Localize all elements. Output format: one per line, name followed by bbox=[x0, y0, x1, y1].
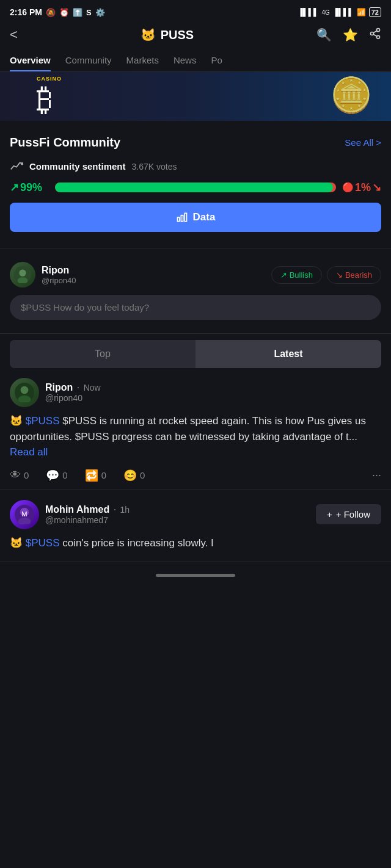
post2-author-row: M Mohin Ahmed · 1h @mohinahmed7 bbox=[10, 500, 130, 529]
svg-rect-7 bbox=[181, 215, 183, 222]
header-actions: 🔍 ⭐ bbox=[316, 27, 381, 43]
follow-button[interactable]: + + Follow bbox=[316, 504, 381, 524]
post-author-name-time: Ripon · Now bbox=[45, 382, 101, 393]
bearish-indicator: 🔴 bbox=[342, 182, 354, 193]
status-bar: 2:16 PM 🔕 ⏰ ⬆️ S ⚙️ ▐▌▌▌ 4G ▐▌▌▌ 📶 72 bbox=[0, 0, 391, 22]
current-user-details: Ripon @ripon40 bbox=[42, 265, 76, 285]
tab-news[interactable]: News bbox=[174, 50, 197, 71]
post2-emoji: 🐱 bbox=[10, 537, 23, 549]
notification-icon: ⬆️ bbox=[73, 8, 82, 17]
data-button[interactable]: Data bbox=[10, 203, 381, 232]
status-right: ▐▌▌▌ 4G ▐▌▌▌ 📶 72 bbox=[298, 7, 381, 17]
wifi-icon: 📶 bbox=[357, 8, 366, 16]
post-actions-bar: 👁 0 💬 0 🔁 0 😊 0 ··· bbox=[10, 466, 381, 485]
tab-bar: Overview Community Markets News Po bbox=[0, 50, 391, 72]
tab-more[interactable]: Po bbox=[211, 50, 222, 71]
bearish-button[interactable]: ↘ Bearish bbox=[327, 266, 381, 284]
tab-community[interactable]: Community bbox=[65, 50, 112, 71]
bullish-button[interactable]: ↗ Bullish bbox=[271, 266, 322, 284]
top-tab-button[interactable]: Top bbox=[10, 340, 196, 368]
reaction-action[interactable]: 😊 0 bbox=[123, 469, 145, 482]
see-all-link[interactable]: See All > bbox=[345, 137, 381, 148]
svg-line-3 bbox=[373, 34, 377, 36]
favorite-button[interactable]: ⭐ bbox=[343, 27, 358, 42]
post-input-field[interactable] bbox=[10, 295, 381, 320]
reaction-icon: 😊 bbox=[123, 469, 137, 482]
divider-1 bbox=[0, 248, 391, 248]
read-all-link[interactable]: Read all bbox=[10, 446, 48, 458]
svg-point-10 bbox=[19, 270, 26, 277]
bearish-arrow-icon: ↘ bbox=[336, 270, 343, 280]
community-header: PussFi Community See All > bbox=[10, 136, 381, 150]
comment-icon: 💬 bbox=[46, 469, 59, 482]
post-input-container bbox=[0, 292, 391, 327]
signal2-icon: ▐▌▌▌ bbox=[333, 8, 354, 16]
post-text: $PUSS is running at rocket speed again. … bbox=[10, 415, 366, 443]
post2-timestamp: 1h bbox=[120, 505, 130, 515]
clock-icon: ⏰ bbox=[59, 8, 69, 17]
home-bar bbox=[156, 574, 235, 577]
bitcoin-coin-icon: ₿ bbox=[37, 81, 53, 118]
repost-action[interactable]: 🔁 0 bbox=[85, 469, 106, 482]
view-count: 0 bbox=[24, 470, 29, 480]
eye-icon: 👁 bbox=[10, 469, 21, 482]
post2-author-info: Mohin Ahmed · 1h @mohinahmed7 bbox=[45, 504, 130, 525]
network-type: 4G bbox=[321, 9, 329, 16]
page-title: PUSS bbox=[161, 28, 194, 42]
user-sentiment-row: Ripon @ripon40 ↗ Bullish ↘ Bearish bbox=[0, 255, 391, 292]
page-header: < 🐱 PUSS 🔍 ⭐ bbox=[0, 22, 391, 50]
post-header: Ripon · Now @ripon40 bbox=[10, 378, 381, 407]
gold-coin-icon: 🪙 bbox=[330, 75, 373, 115]
tab-overview[interactable]: Overview bbox=[10, 50, 51, 71]
svg-point-5 bbox=[21, 163, 23, 165]
post2-author-handle: @mohinahmed7 bbox=[45, 515, 130, 525]
views-action[interactable]: 👁 0 bbox=[10, 469, 29, 482]
post-author-handle: @ripon40 bbox=[45, 393, 101, 403]
sentiment-fill bbox=[55, 183, 333, 192]
bullish-percentage: ↗ 99% bbox=[10, 181, 49, 194]
puss-icon: 🐱 bbox=[141, 27, 156, 42]
header-center: 🐱 PUSS bbox=[141, 27, 194, 42]
post2-author-name-time: Mohin Ahmed · 1h bbox=[45, 504, 130, 515]
comment-count: 0 bbox=[62, 470, 67, 480]
sentiment-buttons: ↗ Bullish ↘ Bearish bbox=[271, 266, 381, 284]
feed-toggle: Top Latest bbox=[10, 340, 381, 368]
current-user-info: Ripon @ripon40 bbox=[10, 262, 76, 288]
time-display: 2:16 PM bbox=[10, 7, 42, 17]
post2-text: coin's price is increasing slowly. I bbox=[62, 537, 214, 549]
post-timestamp: Now bbox=[84, 383, 101, 392]
reaction-count: 0 bbox=[140, 470, 145, 480]
sentiment-votes: 3.67K votes bbox=[132, 162, 177, 172]
svg-line-4 bbox=[373, 31, 377, 32]
chart-icon bbox=[176, 211, 188, 223]
more-options-button[interactable]: ··· bbox=[372, 469, 381, 482]
status-time: 2:16 PM 🔕 ⏰ ⬆️ S ⚙️ bbox=[10, 7, 105, 17]
promo-banner: CASINO ₿ 🪙 bbox=[0, 72, 391, 121]
bullish-up-icon: ↗ bbox=[10, 181, 19, 194]
divider-2 bbox=[0, 333, 391, 334]
latest-tab-button[interactable]: Latest bbox=[196, 340, 381, 368]
svg-text:M: M bbox=[21, 510, 27, 518]
tab-markets[interactable]: Markets bbox=[126, 50, 159, 71]
post-author-name: Ripon bbox=[45, 382, 73, 392]
follow-label: + Follow bbox=[336, 509, 370, 519]
bullish-label: Bullish bbox=[290, 270, 313, 280]
sentiment-chart-icon bbox=[10, 158, 23, 175]
post-item-2: M Mohin Ahmed · 1h @mohinahmed7 + + Foll… bbox=[0, 490, 391, 563]
svg-rect-8 bbox=[185, 213, 186, 221]
bearish-percentage: 🔴 1% ↘ bbox=[342, 181, 381, 194]
comments-action[interactable]: 💬 0 bbox=[46, 469, 67, 482]
bearish-down-icon: ↘ bbox=[372, 181, 381, 194]
post2-content: 🐱 $PUSS coin's price is increasing slowl… bbox=[10, 535, 381, 551]
s-icon: S bbox=[86, 8, 92, 17]
share-button[interactable] bbox=[369, 27, 381, 43]
sentiment-label: Community sentiment bbox=[29, 161, 126, 172]
bullish-arrow-icon: ↗ bbox=[280, 270, 287, 280]
post2-author-avatar: M bbox=[10, 500, 39, 529]
post2-ticker: $PUSS bbox=[26, 537, 60, 549]
current-user-avatar bbox=[10, 262, 35, 288]
signal-icon: ▐▌▌▌ bbox=[298, 8, 318, 16]
post-emoji: 🐱 bbox=[10, 415, 23, 427]
search-button[interactable]: 🔍 bbox=[316, 27, 332, 42]
back-button[interactable]: < bbox=[10, 27, 18, 43]
